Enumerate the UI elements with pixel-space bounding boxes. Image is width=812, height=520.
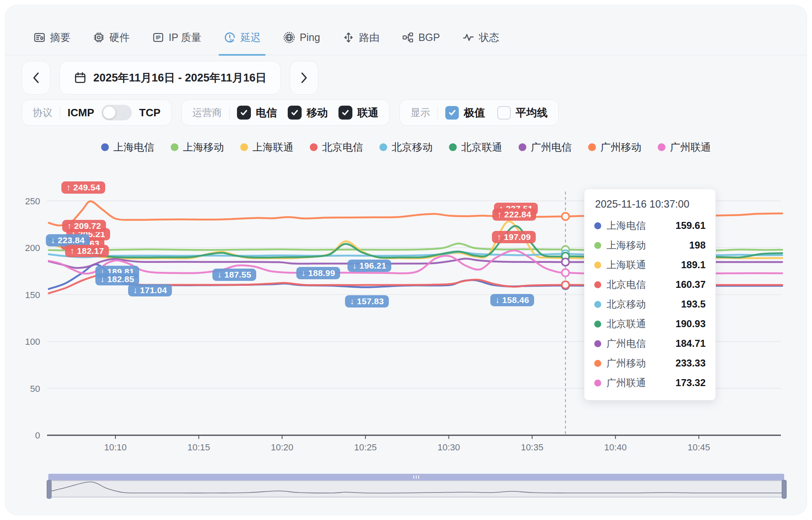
datazoom-grip-icon[interactable] — [413, 475, 419, 479]
divider — [438, 106, 438, 119]
min-value-badge: ↓ 158.46 — [490, 294, 534, 306]
tab-label: 延迟 — [240, 31, 261, 44]
carrier-option-2[interactable]: 联通 — [338, 106, 379, 120]
display-option-0[interactable]: 极值 — [445, 106, 485, 120]
display-option-1[interactable]: 平均线 — [497, 106, 548, 120]
checkbox[interactable] — [338, 106, 352, 120]
series-value: 159.61 — [676, 220, 706, 231]
tooltip-row: 广州移动233.33 — [594, 353, 706, 373]
tab-hardware[interactable]: 硬件 — [91, 20, 131, 55]
hardware-icon — [92, 31, 105, 44]
divider — [229, 106, 230, 119]
checkbox[interactable] — [497, 106, 511, 120]
tab-label: 路由 — [359, 31, 379, 44]
svg-text:IP: IP — [156, 35, 161, 41]
latency-icon: 24 — [223, 31, 236, 44]
legend-item[interactable]: 广州移动 — [588, 140, 641, 154]
series-dot — [594, 242, 601, 249]
tooltip-row: 上海联通189.1 — [594, 255, 706, 275]
bgp-icon — [401, 31, 414, 44]
carrier-label: 运营商 — [192, 106, 222, 119]
divider — [60, 106, 60, 119]
legend-name: 上海移动 — [183, 140, 224, 154]
datazoom-right-handle[interactable] — [782, 480, 787, 499]
max-value-badge: ↑ 197.09 — [492, 231, 536, 243]
legend-item[interactable]: 上海电信 — [101, 140, 154, 154]
legend-dot — [379, 143, 387, 151]
tab-ping[interactable]: Ping — [281, 20, 322, 55]
datazoom-track[interactable] — [48, 480, 784, 497]
tab-summary[interactable]: 摘要 — [32, 20, 72, 55]
series-dot — [594, 262, 601, 269]
legend-dot — [519, 143, 526, 151]
protocol-label: 协议 — [33, 106, 52, 119]
legend-dot — [171, 143, 178, 151]
chevron-left-icon — [32, 72, 41, 84]
series-value: 233.33 — [676, 357, 706, 369]
legend-dot — [588, 143, 596, 151]
datazoom-left-handle[interactable] — [47, 480, 52, 499]
tab-route[interactable]: 路由 — [341, 20, 381, 55]
series-dot — [594, 321, 601, 328]
chart-tooltip: 2025-11-16 10:37:00 上海电信159.61上海移动198上海联… — [584, 189, 716, 400]
series-name: 上海联通 — [607, 258, 646, 271]
legend-item[interactable]: 上海移动 — [171, 140, 224, 154]
legend-item[interactable]: 广州联通 — [658, 140, 711, 154]
min-value-badge: ↓ 187.55 — [212, 269, 256, 281]
protocol-option-icmp[interactable]: ICMP — [68, 106, 94, 119]
protocol-filter: 协议 ICMP TCP — [22, 99, 171, 126]
legend-name: 北京电信 — [322, 140, 363, 154]
carrier-filter: 运营商 电信移动联通 — [181, 99, 390, 126]
svg-text:24: 24 — [230, 38, 234, 42]
tooltip-row: 广州电信184.71 — [594, 334, 706, 353]
date-range-label: 2025年11月16日 - 2025年11月16日 — [93, 70, 266, 85]
legend-item[interactable]: 上海联通 — [240, 140, 293, 154]
legend-item[interactable]: 广州电信 — [519, 140, 572, 154]
protocol-option-tcp[interactable]: TCP — [139, 106, 160, 119]
checkbox[interactable] — [237, 106, 251, 120]
min-value-badge: ↓ 171.04 — [128, 284, 172, 296]
carrier-option-0[interactable]: 电信 — [237, 106, 277, 120]
max-value-badge: ↑ 182.17 — [65, 245, 109, 257]
tab-label: 状态 — [479, 31, 499, 44]
tab-latency[interactable]: 24延迟 — [222, 20, 262, 55]
legend-item[interactable]: 北京电信 — [310, 140, 363, 154]
checkbox-label: 电信 — [256, 106, 277, 120]
checkbox[interactable] — [288, 106, 302, 120]
legend-item[interactable]: 北京联通 — [449, 140, 502, 154]
checkbox[interactable] — [445, 106, 459, 120]
series-name: 上海移动 — [607, 239, 646, 252]
series-value: 190.93 — [676, 318, 706, 330]
series-name: 北京移动 — [607, 298, 646, 311]
legend-name: 上海联通 — [253, 140, 293, 154]
series-value: 193.5 — [681, 298, 706, 310]
ping-icon — [283, 31, 295, 44]
series-name: 广州电信 — [607, 337, 646, 350]
series-dot — [594, 301, 601, 308]
tab-bgp[interactable]: BGP — [400, 20, 442, 55]
route-icon — [342, 31, 355, 44]
tooltip-row: 上海电信159.61 — [594, 216, 706, 235]
legend-item[interactable]: 北京移动 — [379, 140, 433, 154]
max-value-badge: ↑ 209.72 — [62, 220, 106, 232]
legend-dot — [101, 143, 109, 151]
checkbox-label: 移动 — [307, 106, 328, 120]
series-name: 广州移动 — [607, 357, 646, 370]
next-date-button[interactable] — [290, 61, 318, 95]
prev-date-button[interactable] — [22, 61, 50, 95]
chevron-right-icon — [300, 72, 309, 84]
tab-ip-quality[interactable]: IPIP 质量 — [150, 20, 203, 55]
tooltip-rows: 上海电信159.61上海移动198上海联通189.1北京电信160.37北京移动… — [594, 216, 706, 393]
min-value-badge: ↓ 188.99 — [296, 267, 340, 279]
tab-label: Ping — [300, 32, 320, 43]
series-value: 173.32 — [676, 377, 706, 389]
ip-quality-icon: IP — [152, 31, 165, 44]
protocol-toggle[interactable] — [102, 105, 132, 120]
date-range-picker[interactable]: 2025年11月16日 - 2025年11月16日 — [59, 61, 281, 95]
tab-status[interactable]: 状态 — [460, 20, 501, 55]
min-value-badge: ↓ 182.85 — [95, 273, 139, 285]
display-label: 显示 — [411, 106, 430, 119]
carrier-option-1[interactable]: 移动 — [288, 106, 328, 120]
legend-dot — [658, 143, 665, 151]
datazoom-window[interactable] — [48, 474, 784, 480]
